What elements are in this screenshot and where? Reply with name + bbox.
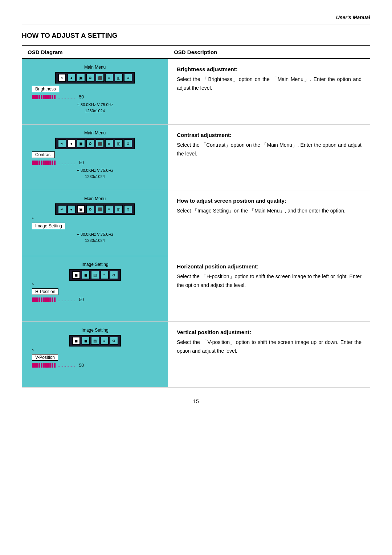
desc-heading: Vertical position adjustment: — [177, 329, 362, 335]
osd-diagram: Main Menu ☀●▣♻⬛≡◫⚙ Contrast ............… — [22, 125, 168, 190]
osd-menu-title: Main Menu — [29, 130, 161, 135]
desc-cell: How to adjust screen position and qualit… — [168, 190, 370, 256]
bar-segment — [32, 297, 34, 302]
refresh-icon: ♻ — [86, 139, 94, 147]
bar-dots: ............ — [58, 161, 75, 165]
refresh-icon: ♻ — [86, 74, 94, 82]
col1-header: OSD Diagram — [22, 46, 168, 58]
settings2-icon: ⚙ — [110, 337, 118, 345]
page-footer: 15 — [22, 398, 370, 404]
bar-segment — [43, 161, 45, 165]
contrast-icon: ● — [68, 74, 75, 82]
osd-icons-row: ☀●▣♻⬛≡◫⚙ — [55, 72, 135, 84]
bar-segment — [38, 95, 40, 99]
osd-icons-row: ☀●▣♻⬛≡◫⚙ — [55, 138, 135, 149]
bar-segment — [41, 161, 42, 165]
desc-cell: Brightness adjustment: Select the 「Brigh… — [168, 58, 370, 125]
bar-segment — [47, 161, 49, 165]
osd-diagram-cell: Image Setting ◼◼▤≡⚙ ^ V-Position .......… — [22, 322, 168, 388]
bar-segment — [41, 297, 42, 302]
bar-row: ............ 50 — [32, 297, 161, 302]
clock-icon: ▤ — [91, 271, 99, 279]
color-icon: ⬛ — [96, 74, 104, 82]
caret-indicator: ^ — [32, 283, 161, 287]
monitor-icon: ▣ — [77, 74, 85, 82]
page-number: 15 — [193, 398, 199, 404]
bar-segment — [49, 161, 51, 165]
osd-diagram: Main Menu ☀●▣♻⬛≡◫⚙ Brightness ..........… — [22, 59, 168, 124]
bar-segment — [45, 95, 47, 99]
settings-icon: ⚙ — [124, 139, 132, 147]
bar-segment — [47, 95, 49, 99]
brightness-icon: ☀ — [58, 139, 66, 147]
osd-menu-title: Image Setting — [29, 262, 161, 267]
osd-freq: H:80.0KHz V:75.0Hz1280x1024 — [29, 167, 161, 179]
speaker-icon: ◫ — [115, 74, 123, 82]
monitor-icon: ▣ — [77, 205, 85, 213]
bar-segment — [47, 363, 49, 368]
bar-segment — [52, 297, 53, 302]
bar-segment — [43, 363, 45, 368]
desc-content: Horizontal position adjustment: Select t… — [168, 256, 370, 297]
speaker-icon: ◫ — [115, 205, 123, 213]
bar — [32, 363, 56, 368]
desc-cell: Contrast adjustment: Select the 「Contras… — [168, 125, 370, 190]
bar-segment — [47, 297, 49, 302]
bar-segment — [41, 95, 42, 99]
col2-header: OSD Description — [168, 46, 370, 58]
bar-segment — [41, 363, 42, 368]
desc-body: Select the 「H-position」option to shift t… — [177, 272, 362, 290]
brightness-icon: ☀ — [58, 74, 66, 82]
table-row: Main Menu ☀●▣♻⬛≡◫⚙ Brightness ..........… — [22, 58, 370, 125]
bar-segment — [45, 297, 47, 302]
osd-freq: H:80.0KHz V:75.0Hz1280x1024 — [29, 231, 161, 243]
osd-diagram-cell: Main Menu ☀●▣♻⬛≡◫⚙ Contrast ............… — [22, 125, 168, 190]
contrast-icon: ● — [68, 139, 75, 147]
text-icon: ≡ — [105, 74, 113, 82]
v-pos-icon: ◼ — [82, 337, 90, 345]
osd-icons-row: ◼◼▤≡⚙ — [69, 335, 121, 347]
desc-body: Select the 「V-position」option to shift t… — [177, 338, 362, 356]
bar-segment — [32, 363, 34, 368]
bar-segment — [43, 95, 45, 99]
desc-body: Select 「Image Setting」on the 「Main Menu」… — [177, 207, 362, 215]
settings2-icon: ⚙ — [110, 271, 118, 279]
bar-segment — [54, 363, 56, 368]
header-title: User's Manual — [336, 15, 370, 20]
bar-segment — [43, 297, 45, 302]
color-icon: ⬛ — [96, 205, 104, 213]
desc-cell: Horizontal position adjustment: Select t… — [168, 256, 370, 322]
section-title: HOW TO ADJUST A SETTING — [22, 32, 370, 40]
phase-icon: ≡ — [101, 337, 109, 345]
desc-heading: Brightness adjustment: — [177, 66, 362, 72]
bar — [32, 297, 56, 302]
bar-segment — [34, 161, 36, 165]
bar-segment — [34, 95, 36, 99]
settings-icon: ⚙ — [124, 205, 132, 213]
bar-segment — [36, 161, 38, 165]
table-row: Image Setting ◼◼▤≡⚙ ^ V-Position .......… — [22, 322, 370, 388]
osd-label-box: Brightness — [32, 86, 59, 92]
osd-menu-title: Image Setting — [29, 328, 161, 333]
bar-segment — [38, 363, 40, 368]
bar-segment — [49, 95, 51, 99]
text-icon: ≡ — [105, 139, 113, 147]
bar-dots: ............ — [58, 363, 75, 368]
bar-dots: ............ — [58, 95, 75, 99]
bar-row: ............ 50 — [32, 94, 161, 100]
bar-segment — [52, 161, 53, 165]
osd-label-box: Contrast — [32, 151, 55, 158]
bar-segment — [32, 95, 34, 99]
bar-value: 50 — [79, 363, 84, 368]
settings-icon: ⚙ — [124, 74, 132, 82]
osd-freq: H:80.0KHz V:75.0Hz1280x1024 — [29, 102, 161, 114]
bar-segment — [52, 363, 53, 368]
bar-segment — [45, 161, 47, 165]
bar-segment — [38, 297, 40, 302]
contrast-icon: ● — [68, 205, 75, 213]
desc-content: How to adjust screen position and qualit… — [168, 190, 370, 223]
bar-value: 50 — [79, 297, 84, 302]
v-pos-icon: ◼ — [82, 271, 90, 279]
brightness-icon: ☀ — [58, 205, 66, 213]
osd-label-box: V-Position — [32, 354, 58, 361]
